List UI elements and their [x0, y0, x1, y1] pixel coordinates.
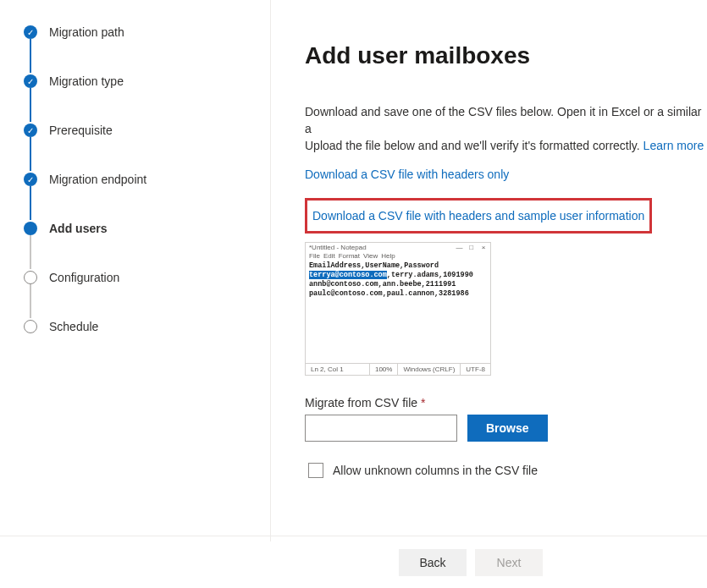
- wizard-step-label: Migration endpoint: [49, 171, 146, 220]
- pending-step-icon: [24, 320, 37, 333]
- step-connector: [30, 39, 31, 73]
- wizard-step-migration-path[interactable]: ✓Migration path: [24, 24, 253, 73]
- back-button[interactable]: Back: [399, 549, 467, 576]
- check-icon: ✓: [24, 173, 37, 186]
- csv-file-input[interactable]: [305, 415, 457, 442]
- csv-field-label: Migrate from CSV file *: [305, 396, 707, 409]
- wizard-step-label: Schedule: [49, 318, 98, 335]
- notepad-title: *Untitled - Notepad: [309, 244, 367, 251]
- wizard-step-label: Migration path: [49, 24, 124, 73]
- notepad-body: EmailAddress,UserName,Password terrya@co…: [306, 261, 490, 363]
- notepad-menu-format: Format: [339, 252, 360, 260]
- browse-button[interactable]: Browse: [467, 415, 548, 442]
- notepad-sample-screenshot: *Untitled - Notepad — □ × FileEditFormat…: [305, 242, 491, 376]
- notepad-status-bar: Ln 2, Col 1 100% Windows (CRLF) UTF-8: [306, 363, 490, 375]
- notepad-menu-edit: Edit: [323, 252, 335, 260]
- wizard-step-label: Add users: [49, 220, 107, 269]
- allow-unknown-columns-checkbox[interactable]: [308, 463, 323, 478]
- main-content: Add user mailboxes Download and save one…: [271, 0, 707, 541]
- step-connector: [30, 284, 31, 318]
- step-connector: [30, 235, 31, 269]
- wizard-step-label: Migration type: [49, 73, 124, 122]
- notepad-menu-view: View: [363, 252, 378, 260]
- notepad-menu-help: Help: [381, 252, 395, 260]
- notepad-menu-file: File: [309, 252, 320, 260]
- maximize-icon: □: [467, 244, 477, 251]
- wizard-step-configuration[interactable]: Configuration: [24, 269, 253, 318]
- pending-step-icon: [24, 271, 37, 284]
- description-text: Download and save one of the CSV files b…: [305, 103, 707, 154]
- download-csv-headers-sample-link[interactable]: Download a CSV file with headers and sam…: [312, 209, 644, 223]
- wizard-footer: Back Next: [0, 536, 707, 588]
- step-connector: [30, 88, 31, 122]
- wizard-step-migration-endpoint[interactable]: ✓Migration endpoint: [24, 171, 253, 220]
- allow-unknown-columns-label: Allow unknown columns in the CSV file: [333, 464, 538, 477]
- learn-more-link[interactable]: Learn more: [643, 139, 704, 152]
- check-icon: ✓: [24, 25, 37, 39]
- notepad-window-controls: — □ ×: [455, 244, 489, 251]
- step-connector: [30, 137, 31, 171]
- highlighted-download-link-box: Download a CSV file with headers and sam…: [305, 198, 652, 234]
- notepad-menubar: FileEditFormatViewHelp: [306, 252, 490, 261]
- next-button: Next: [475, 549, 543, 576]
- minimize-icon: —: [455, 244, 465, 251]
- close-icon: ×: [478, 244, 489, 251]
- active-step-icon: [24, 222, 37, 235]
- check-icon: ✓: [24, 124, 37, 137]
- wizard-step-label: Configuration: [49, 269, 119, 318]
- wizard-step-migration-type[interactable]: ✓Migration type: [24, 73, 253, 122]
- step-connector: [30, 186, 31, 220]
- download-csv-headers-only-link[interactable]: Download a CSV file with headers only: [305, 168, 509, 181]
- check-icon: ✓: [24, 74, 37, 88]
- wizard-step-label: Prerequisite: [49, 122, 113, 171]
- wizard-step-schedule[interactable]: Schedule: [24, 318, 253, 335]
- wizard-step-add-users[interactable]: Add users: [24, 220, 253, 269]
- page-title: Add user mailboxes: [305, 42, 707, 69]
- wizard-steps-sidebar: ✓Migration path✓Migration type✓Prerequis…: [0, 0, 271, 541]
- allow-unknown-columns-row[interactable]: Allow unknown columns in the CSV file: [305, 460, 707, 481]
- wizard-step-prerequisite[interactable]: ✓Prerequisite: [24, 122, 253, 171]
